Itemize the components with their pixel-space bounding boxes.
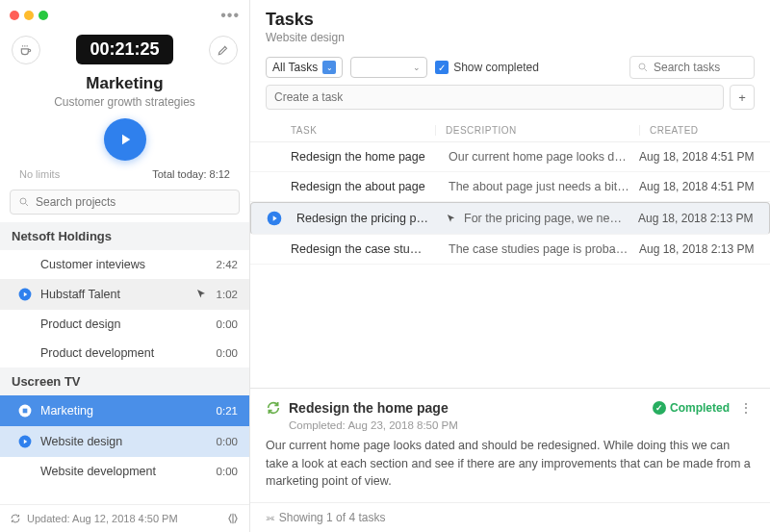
filter-all-tasks[interactable]: All Tasks ⌄ bbox=[266, 57, 343, 78]
project-name: Website development bbox=[40, 465, 209, 478]
svg-point-5 bbox=[639, 63, 645, 69]
col-task: TASK bbox=[291, 125, 435, 136]
project-name: Website design bbox=[40, 435, 209, 448]
refresh-icon[interactable] bbox=[10, 513, 21, 524]
close-window-icon[interactable] bbox=[10, 11, 19, 20]
updated-label: Updated: Aug 12, 2018 4:50 PM bbox=[27, 513, 178, 524]
task-name: Redesign the pricing page bbox=[296, 212, 441, 225]
project-time: 0:00 bbox=[217, 347, 238, 359]
play-button[interactable] bbox=[104, 118, 146, 161]
detail-completed: Completed: Aug 23, 2018 8:50 PM bbox=[289, 419, 755, 431]
project-time: 0:00 bbox=[217, 318, 238, 330]
task-name: Redesign the case studies pa… bbox=[291, 242, 435, 256]
project-row[interactable]: Product development0:00 bbox=[0, 339, 249, 367]
project-row[interactable]: Product design0:00 bbox=[0, 310, 249, 339]
project-time: 2:42 bbox=[217, 259, 238, 270]
current-project: Marketing Customer growth strategies bbox=[0, 72, 249, 114]
check-circle-icon: ✓ bbox=[653, 401, 666, 415]
titlebar: ••• bbox=[0, 0, 249, 31]
filter-secondary[interactable]: ⌄ bbox=[350, 57, 427, 78]
play-icon[interactable] bbox=[17, 287, 33, 302]
svg-rect-3 bbox=[23, 409, 28, 414]
limits-label: No limits bbox=[19, 168, 60, 180]
project-time: 1:02 bbox=[217, 289, 238, 300]
project-row[interactable]: Customer inteviews2:42 bbox=[0, 250, 249, 279]
footer-count: Showing 1 of 4 tasks bbox=[279, 511, 386, 524]
table-header: TASK DESCRIPTION CREATED bbox=[250, 117, 770, 142]
project-name: Product design bbox=[40, 317, 209, 331]
main-footer: ›› ‹‹ Showing 1 of 4 tasks bbox=[250, 502, 770, 532]
search-icon bbox=[18, 196, 30, 208]
more-menu-icon[interactable]: ••• bbox=[220, 7, 240, 24]
stop-icon[interactable] bbox=[17, 403, 33, 418]
svg-point-0 bbox=[20, 198, 26, 204]
create-task-input[interactable] bbox=[266, 85, 724, 110]
search-tasks[interactable] bbox=[629, 56, 755, 79]
project-row[interactable]: Website development0:00 bbox=[0, 457, 249, 486]
total-today: Total today: 8:12 bbox=[152, 168, 230, 180]
task-row[interactable]: Redesign the pricing pageFor the pricing… bbox=[250, 202, 770, 235]
show-completed-checkbox[interactable]: ✓ Show completed bbox=[435, 61, 539, 74]
project-name: Product development bbox=[40, 346, 209, 360]
play-icon bbox=[116, 131, 134, 148]
zoom-window-icon[interactable] bbox=[38, 11, 48, 20]
collapse-icon[interactable]: ›› ‹‹ bbox=[266, 512, 273, 523]
sidebar: ••• 00:21:25 Marketing Customer growth s… bbox=[0, 0, 250, 532]
search-projects-input[interactable] bbox=[36, 195, 231, 209]
detail-title: Redesign the home page bbox=[289, 400, 645, 416]
task-created: Aug 18, 2018 4:51 PM bbox=[639, 150, 755, 164]
search-icon bbox=[637, 62, 649, 73]
project-row[interactable]: Website design0:00 bbox=[0, 426, 249, 457]
project-time: 0:00 bbox=[217, 466, 238, 477]
project-row[interactable]: Hubstaff Talent1:02 bbox=[0, 279, 249, 310]
play-icon[interactable] bbox=[267, 211, 282, 226]
page-subtitle: Website design bbox=[266, 31, 755, 44]
add-task-button[interactable]: + bbox=[730, 85, 755, 110]
pencil-icon bbox=[217, 43, 230, 57]
filter-label: All Tasks bbox=[272, 61, 318, 74]
project-name: Customer inteviews bbox=[40, 258, 209, 271]
detail-more-icon[interactable]: ⋮ bbox=[737, 400, 755, 416]
play-icon[interactable] bbox=[17, 434, 33, 449]
project-group-header: Netsoft Holdings bbox=[0, 222, 249, 250]
col-created: CREATED bbox=[639, 125, 755, 136]
task-created: Aug 18, 2018 2:13 PM bbox=[639, 242, 755, 256]
project-name: Hubstaff Talent bbox=[40, 288, 188, 301]
task-desc: The case studies page is probably the on… bbox=[449, 242, 639, 256]
task-created: Aug 18, 2018 4:51 PM bbox=[639, 180, 755, 193]
sidebar-footer: Updated: Aug 12, 2018 4:50 PM bbox=[0, 504, 249, 532]
timer-display: 00:21:25 bbox=[76, 35, 172, 64]
project-time: 0:21 bbox=[217, 405, 238, 417]
task-created: Aug 18, 2018 2:13 PM bbox=[638, 212, 754, 225]
edit-button[interactable] bbox=[209, 36, 238, 64]
status-badge: ✓ Completed bbox=[653, 401, 730, 415]
project-time: 0:00 bbox=[217, 436, 238, 447]
project-group-header: Uscreen TV bbox=[0, 367, 249, 395]
show-completed-label: Show completed bbox=[453, 61, 539, 74]
page-title: Tasks bbox=[266, 10, 755, 30]
task-desc: The about page just needs a bit of makeu… bbox=[449, 180, 639, 193]
cursor-icon bbox=[446, 214, 459, 224]
minimize-window-icon[interactable] bbox=[24, 11, 34, 20]
task-row[interactable]: Redesign the about pageThe about page ju… bbox=[250, 172, 770, 202]
cursor-icon bbox=[195, 289, 209, 300]
main-panel: Tasks Website design All Tasks ⌄ ⌄ ✓ Sho… bbox=[250, 0, 770, 532]
expand-icon[interactable] bbox=[226, 512, 240, 525]
task-row[interactable]: Redesign the case studies pa…The case st… bbox=[250, 235, 770, 265]
task-desc: For the pricing page, we need to try out… bbox=[464, 212, 633, 225]
current-project-name: Marketing bbox=[10, 74, 240, 93]
coffee-icon bbox=[19, 43, 33, 57]
project-row[interactable]: Marketing0:21 bbox=[0, 395, 249, 426]
task-detail: Redesign the home page ✓ Completed ⋮ Com… bbox=[250, 388, 770, 502]
break-button[interactable] bbox=[12, 36, 40, 64]
task-desc: Our current home page looks dated and sh… bbox=[449, 150, 639, 164]
project-name: Marketing bbox=[40, 404, 209, 418]
task-row[interactable]: Redesign the home pageOur current home p… bbox=[250, 142, 770, 172]
task-name: Redesign the home page bbox=[291, 150, 435, 164]
search-tasks-input[interactable] bbox=[654, 61, 740, 74]
current-project-desc: Customer growth strategies bbox=[10, 95, 240, 109]
chevron-down-icon: ⌄ bbox=[413, 63, 421, 72]
sync-icon[interactable] bbox=[266, 400, 281, 416]
task-name: Redesign the about page bbox=[291, 180, 435, 193]
search-projects[interactable] bbox=[10, 190, 240, 215]
